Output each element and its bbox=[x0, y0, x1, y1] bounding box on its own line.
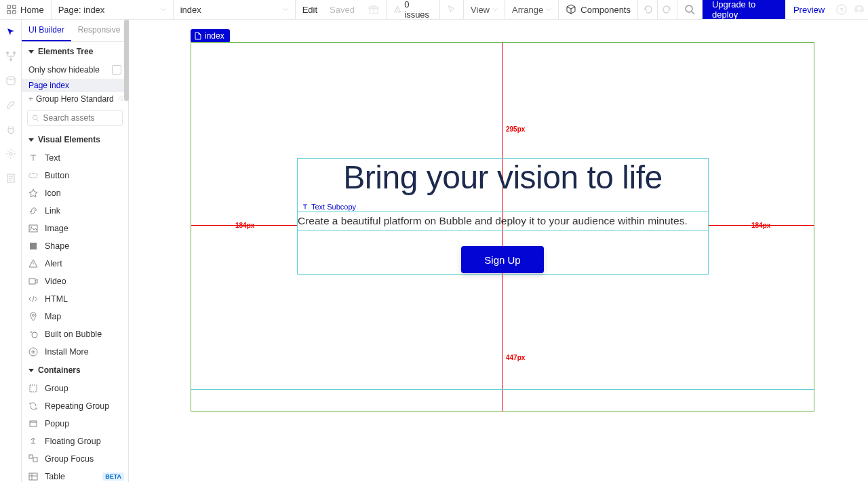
element-link[interactable]: Link bbox=[22, 202, 128, 220]
element-repeating-group[interactable]: Repeating Group bbox=[22, 397, 128, 415]
element-popup[interactable]: Popup bbox=[22, 415, 128, 433]
measure-top: 295px bbox=[506, 125, 525, 133]
tree-group-hero[interactable]: +Group Hero Standard bbox=[22, 92, 128, 106]
sidebar-scrollbar[interactable] bbox=[124, 20, 129, 101]
search-button[interactable] bbox=[677, 0, 703, 19]
settings-tab-icon[interactable] bbox=[5, 148, 16, 159]
repeating-icon bbox=[28, 401, 38, 411]
subcopy-tag-label: Text Subcopy bbox=[311, 203, 356, 211]
logs-tab-icon[interactable] bbox=[5, 173, 16, 184]
containers-header[interactable]: Containers bbox=[22, 361, 128, 380]
gift-button[interactable] bbox=[361, 0, 387, 19]
search-icon bbox=[32, 114, 39, 122]
subcopy-tag[interactable]: Text Subcopy bbox=[300, 202, 357, 212]
tab-responsive[interactable]: Responsive bbox=[71, 20, 127, 41]
home-button[interactable]: Home bbox=[0, 0, 52, 19]
element-group-focus[interactable]: Group Focus bbox=[22, 450, 128, 468]
guide-cyan bbox=[191, 389, 814, 390]
undo-button[interactable] bbox=[638, 0, 658, 19]
left-rail bbox=[0, 20, 22, 482]
view-menu[interactable]: View bbox=[464, 0, 505, 19]
top-toolbar: Home Page: index index Edit Saved 0 issu… bbox=[0, 0, 868, 20]
signup-label: Sign Up bbox=[484, 254, 520, 266]
design-tab-icon[interactable] bbox=[5, 26, 16, 37]
plus-circle-icon bbox=[28, 347, 38, 357]
focus-icon bbox=[28, 454, 38, 464]
cube-icon bbox=[566, 4, 576, 15]
element-button[interactable]: Button bbox=[22, 167, 128, 184]
redo-button[interactable] bbox=[658, 0, 677, 19]
saved-label: Saved bbox=[330, 5, 355, 15]
svg-rect-38 bbox=[30, 421, 37, 426]
group-icon bbox=[28, 384, 38, 393]
components-button[interactable]: Components bbox=[559, 0, 638, 19]
svg-point-9 bbox=[686, 5, 692, 12]
search-assets-input[interactable] bbox=[43, 113, 118, 123]
text-icon bbox=[302, 203, 309, 210]
svg-rect-1 bbox=[13, 5, 16, 8]
link-icon bbox=[28, 206, 38, 216]
collapse-triangle-icon bbox=[28, 369, 34, 372]
alert-icon bbox=[28, 259, 38, 268]
svg-point-8 bbox=[397, 12, 398, 12]
element-table[interactable]: TableBETA bbox=[22, 468, 128, 482]
svg-point-19 bbox=[9, 153, 12, 155]
canvas[interactable]: index 295px 447px 184px 184px Bring your… bbox=[129, 20, 868, 482]
hero-subcopy[interactable]: Create a beautiful platform on Bubble an… bbox=[298, 212, 709, 230]
workflow-tab-icon[interactable] bbox=[5, 51, 16, 62]
chevron-down-icon bbox=[546, 7, 551, 12]
arrange-label: Arrange bbox=[512, 5, 543, 15]
cursor-tool[interactable] bbox=[440, 0, 464, 19]
signup-button[interactable]: Sign Up bbox=[461, 246, 544, 273]
components-label: Components bbox=[580, 5, 631, 15]
text-icon bbox=[28, 153, 38, 163]
plugins-tab-icon[interactable] bbox=[5, 124, 16, 135]
tree-page-index[interactable]: Page index bbox=[22, 79, 128, 92]
svg-rect-42 bbox=[29, 473, 37, 480]
upgrade-button[interactable]: Upgrade to deploy bbox=[703, 0, 785, 19]
styles-tab-icon[interactable] bbox=[5, 100, 16, 111]
user-avatar-icon[interactable] bbox=[854, 3, 865, 16]
element-html[interactable]: HTML bbox=[22, 290, 128, 308]
element-built-on-bubble[interactable]: Built on Bubble bbox=[22, 325, 128, 343]
svg-line-26 bbox=[37, 119, 39, 121]
page-dropdown[interactable]: Page: index bbox=[52, 0, 174, 19]
help-icon[interactable]: ? bbox=[836, 3, 847, 16]
data-tab-icon[interactable] bbox=[5, 75, 16, 86]
edit-label[interactable]: Edit bbox=[302, 5, 317, 15]
element-text[interactable]: Text bbox=[22, 149, 128, 167]
element-alert[interactable]: Alert bbox=[22, 255, 128, 273]
svg-line-10 bbox=[692, 12, 694, 14]
hero-title[interactable]: Bring your vision to life bbox=[298, 159, 708, 196]
elements-tree-header[interactable]: Elements Tree bbox=[22, 42, 128, 61]
element-install-more[interactable]: Install More bbox=[22, 343, 128, 361]
page-tag[interactable]: index bbox=[191, 29, 230, 43]
element-shape[interactable]: Shape bbox=[22, 237, 128, 255]
svg-rect-0 bbox=[7, 5, 10, 8]
button-icon bbox=[28, 171, 38, 180]
svg-rect-3 bbox=[13, 11, 16, 14]
issues-button[interactable]: 0 issues bbox=[387, 0, 440, 19]
visual-elements-header[interactable]: Visual Elements bbox=[22, 130, 128, 149]
cursor-icon bbox=[447, 5, 456, 14]
only-hideable-checkbox[interactable] bbox=[112, 65, 121, 75]
element-group[interactable]: Group bbox=[22, 380, 128, 397]
svg-rect-37 bbox=[30, 385, 37, 392]
element-icon[interactable]: Icon bbox=[22, 184, 128, 202]
tab-ui-builder[interactable]: UI Builder bbox=[22, 20, 71, 41]
element-video[interactable]: Video bbox=[22, 273, 128, 290]
edit-status: Edit Saved bbox=[296, 0, 361, 19]
svg-rect-40 bbox=[29, 455, 33, 458]
element-image[interactable]: Image bbox=[22, 220, 128, 237]
svg-point-17 bbox=[9, 58, 12, 61]
page-tag-label: index bbox=[205, 31, 224, 41]
code-icon bbox=[28, 294, 38, 304]
bubble-icon bbox=[28, 329, 38, 339]
element-floating-group[interactable]: Floating Group bbox=[22, 433, 128, 450]
preview-link[interactable]: Preview bbox=[785, 5, 833, 15]
search-assets[interactable] bbox=[27, 110, 123, 126]
element-dropdown[interactable]: index bbox=[174, 0, 296, 19]
element-map[interactable]: Map bbox=[22, 308, 128, 325]
arrange-menu[interactable]: Arrange bbox=[505, 0, 559, 19]
redo-icon bbox=[662, 4, 673, 15]
